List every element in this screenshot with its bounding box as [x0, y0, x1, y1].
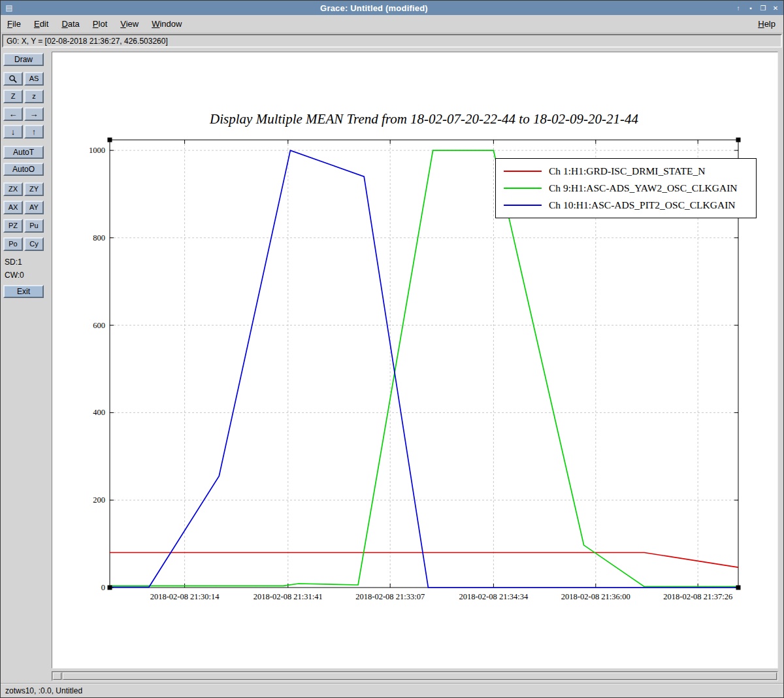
menu-data[interactable]: Data [61, 19, 79, 29]
locator-readout: G0: X, Y = [02-08-2018 21:36:27, 426.503… [2, 34, 782, 48]
ay-button[interactable]: AY [24, 201, 44, 214]
zoom-out-button[interactable]: z [24, 90, 44, 103]
locator-bar: G0: X, Y = [02-08-2018 21:36:27, 426.503… [1, 33, 783, 49]
menu-file[interactable]: File [7, 19, 21, 29]
autot-button[interactable]: AutoT [3, 146, 44, 159]
titlebar[interactable]: ▤ Grace: Untitled (modified) ↑ ▪ ❐ ✕ [1, 1, 783, 15]
svg-text:2018-02-08 21:36:00: 2018-02-08 21:36:00 [561, 592, 630, 601]
minimize-icon[interactable]: ▪ [745, 3, 756, 13]
svg-text:2018-02-08 21:33:07: 2018-02-08 21:33:07 [355, 592, 425, 601]
scroll-right-button[interactable]: → [24, 107, 44, 121]
legend-row: Ch 9:H1:ASC-ADS_YAW2_OSC_CLKGAIN [504, 180, 747, 197]
stack-depth-label: SD:1 [3, 258, 44, 268]
zy-button[interactable]: ZY [24, 182, 44, 196]
plot-canvas[interactable]: 2018-02-08 21:30:142018-02-08 21:31:4120… [52, 52, 778, 669]
scroll-left-button[interactable]: ← [3, 107, 23, 121]
svg-text:600: 600 [93, 321, 105, 330]
horizontal-scrollbar[interactable] [52, 671, 778, 681]
draw-button[interactable]: Draw [3, 53, 44, 66]
legend-label: Ch 10:H1:ASC-ADS_PIT2_OSC_CLKGAIN [549, 199, 736, 211]
zoom-tool-button[interactable] [3, 72, 23, 86]
legend-line-sample [504, 171, 542, 172]
svg-text:800: 800 [93, 233, 105, 242]
plot-svg[interactable]: 2018-02-08 21:30:142018-02-08 21:31:4120… [52, 52, 779, 669]
zx-button[interactable]: ZX [3, 182, 23, 196]
menu-view[interactable]: View [120, 19, 139, 29]
chart-title: Display Multiple MEAN Trend from 18-02-0… [110, 111, 738, 127]
menu-help[interactable]: Help [758, 19, 776, 29]
svg-text:0: 0 [101, 583, 105, 592]
legend-line-sample [504, 188, 542, 189]
svg-text:200: 200 [93, 495, 105, 505]
scroll-up-button[interactable]: ↑ [24, 125, 44, 139]
autoo-button[interactable]: AutoO [3, 163, 44, 176]
menu-edit[interactable]: Edit [34, 19, 48, 29]
legend-line-sample [504, 205, 542, 206]
window-title: Grace: Untitled (modified) [15, 3, 733, 13]
legend-row: Ch 10:H1:ASC-ADS_PIT2_OSC_CLKGAIN [504, 197, 747, 214]
svg-text:2018-02-08 21:37:26: 2018-02-08 21:37:26 [663, 592, 732, 601]
pz-button[interactable]: PZ [3, 219, 23, 233]
legend-label: Ch 1:H1:GRD-ISC_DRMI_STATE_N [549, 165, 705, 177]
svg-text:400: 400 [93, 408, 105, 417]
menu-window[interactable]: Window [152, 19, 182, 29]
shade-icon[interactable]: ↑ [733, 3, 743, 13]
graph-corner-handle[interactable] [108, 138, 112, 142]
legend-row: Ch 1:H1:GRD-ISC_DRMI_STATE_N [504, 163, 747, 180]
svg-text:2018-02-08 21:30:14: 2018-02-08 21:30:14 [150, 592, 220, 601]
ax-button[interactable]: AX [3, 201, 23, 214]
maximize-icon[interactable]: ❐ [758, 3, 768, 13]
graph-corner-handle[interactable] [736, 586, 741, 590]
horizontal-scrollbar-thumb[interactable] [63, 673, 777, 680]
left-toolbar: Draw AS Z z ← → [1, 49, 46, 683]
grace-window: ▤ Grace: Untitled (modified) ↑ ▪ ❐ ✕ Fil… [0, 0, 784, 698]
canvas-area: 2018-02-08 21:30:142018-02-08 21:31:4120… [46, 49, 783, 683]
scrollbar-corner [53, 673, 61, 680]
status-text: zotws10, :0.0, Untitled [5, 686, 82, 695]
magnifier-icon [8, 75, 18, 84]
svg-text:2018-02-08 21:34:34: 2018-02-08 21:34:34 [459, 592, 529, 601]
zoom-in-button[interactable]: Z [3, 90, 23, 103]
scroll-down-button[interactable]: ↓ [3, 125, 23, 139]
curworld-label: CW:0 [3, 271, 44, 281]
svg-text:2018-02-08 21:31:41: 2018-02-08 21:31:41 [253, 592, 323, 601]
graph-corner-handle[interactable] [108, 586, 112, 590]
chart[interactable]: 2018-02-08 21:30:142018-02-08 21:31:4120… [52, 52, 779, 669]
statusbar: zotws10, :0.0, Untitled [1, 683, 783, 697]
graph-corner-handle[interactable] [736, 138, 741, 142]
legend-label: Ch 9:H1:ASC-ADS_YAW2_OSC_CLKGAIN [549, 182, 738, 194]
close-icon[interactable]: ✕ [770, 3, 781, 13]
window-menu-icon[interactable]: ▤ [3, 3, 15, 13]
menu-plot[interactable]: Plot [93, 19, 107, 29]
po-button[interactable]: Po [3, 237, 23, 251]
svg-text:1000: 1000 [89, 146, 105, 155]
exit-button[interactable]: Exit [3, 285, 44, 298]
pu-button[interactable]: Pu [24, 219, 44, 233]
menubar: File Edit Data Plot View Window Help [1, 15, 783, 33]
legend-box[interactable]: Ch 1:H1:GRD-ISC_DRMI_STATE_NCh 9:H1:ASC-… [495, 158, 757, 218]
cy-button[interactable]: Cy [24, 237, 44, 251]
autoscale-button[interactable]: AS [24, 72, 44, 86]
